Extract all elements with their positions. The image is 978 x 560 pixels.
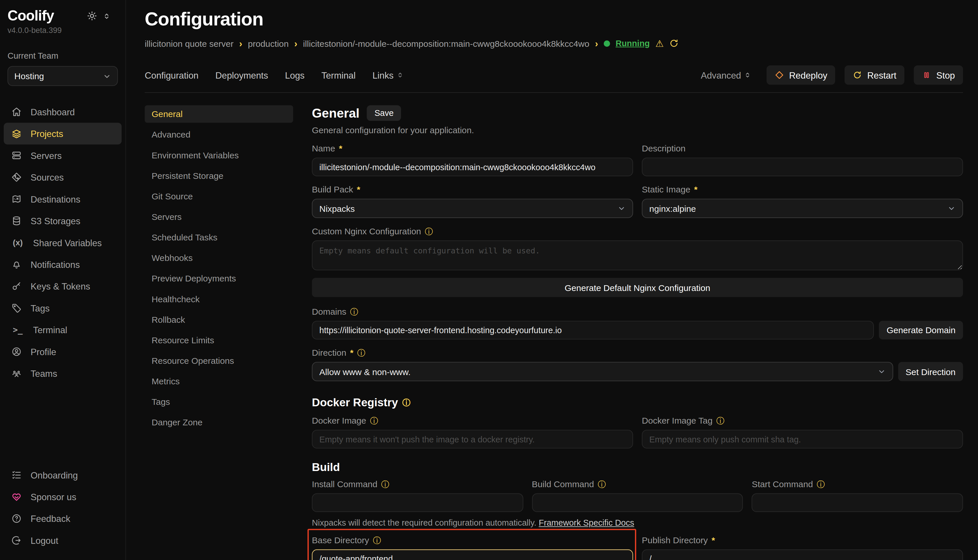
sidebar-item-onboarding[interactable]: Onboarding (4, 464, 122, 486)
sidebar-item-s3-storages[interactable]: S3 Storages (4, 210, 122, 232)
subnav-item-advanced[interactable]: Advanced (145, 126, 293, 143)
theme-mode-select-icon[interactable] (103, 12, 110, 20)
git-source-icon (11, 172, 22, 183)
advanced-menu[interactable]: Advanced (701, 70, 751, 80)
direction-select[interactable]: Allow www & non-www. (312, 362, 893, 381)
subnav-item-webhooks[interactable]: Webhooks (145, 249, 293, 267)
name-label: Name (312, 143, 335, 153)
subnav-item-servers[interactable]: Servers (145, 208, 293, 225)
base-directory-label: Base Directory (312, 535, 369, 545)
publish-directory-input[interactable] (642, 549, 963, 560)
app-logo: Coolify (8, 8, 54, 24)
sidebar-item-logout[interactable]: Logout (4, 529, 122, 551)
breadcrumb-separator: › (239, 38, 242, 48)
subnav-item-git-source[interactable]: Git Source (145, 188, 293, 205)
logo-row: Coolify (4, 8, 122, 24)
sidebar-item-label: Shared Variables (33, 238, 102, 247)
chevrons-up-down-icon (744, 71, 751, 79)
build-pack-select[interactable]: Nixpacks (312, 199, 633, 218)
framework-docs-link[interactable]: Framework Specific Docs (539, 518, 634, 528)
sidebar-item-tags[interactable]: Tags (4, 297, 122, 319)
tab-configuration[interactable]: Configuration (145, 70, 198, 80)
sidebar-item-sponsor-us[interactable]: Sponsor us (4, 486, 122, 507)
breadcrumb-application[interactable]: illicitestonion/-module--decomposition:m… (303, 38, 589, 48)
start-command-input[interactable] (752, 493, 963, 512)
sidebar-item-servers[interactable]: Servers (4, 145, 122, 166)
name-input[interactable] (312, 157, 633, 176)
team-select[interactable]: Hosting (8, 66, 118, 86)
subnav-item-environment-variables[interactable]: Environment Variables (145, 147, 293, 164)
current-team-label: Current Team (4, 51, 122, 60)
sidebar-item-label: Teams (31, 368, 57, 378)
info-icon: ⓘ (373, 536, 381, 544)
subnav-item-tags[interactable]: Tags (145, 393, 293, 410)
chevron-down-icon (947, 204, 955, 212)
info-icon: ⓘ (402, 399, 410, 407)
redeploy-button[interactable]: Redeploy (767, 65, 836, 85)
tab-links[interactable]: Links (373, 70, 404, 80)
sidebar-item-shared-variables[interactable]: (x) Shared Variables (4, 232, 122, 253)
subnav-item-metrics[interactable]: Metrics (145, 372, 293, 390)
generate-domain-button[interactable]: Generate Domain (879, 321, 963, 340)
subnav-item-scheduled-tasks[interactable]: Scheduled Tasks (145, 228, 293, 246)
coolify-app: Coolify v4.0.0-beta.399 Current Team Hos… (0, 0, 978, 560)
status-dot (604, 40, 610, 47)
theme-sun-icon[interactable] (87, 11, 97, 22)
general-form: General Save General configuration for y… (312, 105, 963, 560)
static-image-select[interactable]: nginx:alpine (642, 199, 963, 218)
sidebar-item-sources[interactable]: Sources (4, 167, 122, 188)
save-button[interactable]: Save (367, 105, 401, 121)
subnav-item-persistent-storage[interactable]: Persistent Storage (145, 167, 293, 184)
sidebar-item-projects[interactable]: Projects (4, 123, 122, 145)
sidebar-item-terminal[interactable]: >_ Terminal (4, 319, 122, 341)
breadcrumb-project[interactable]: illicitonion quote server (145, 38, 233, 48)
docker-image-tag-input[interactable] (642, 430, 963, 448)
settings-subnav: General Advanced Environment Variables P… (145, 105, 293, 560)
sidebar-item-destinations[interactable]: Destinations (4, 188, 122, 210)
set-direction-button[interactable]: Set Direction (898, 362, 963, 381)
stop-button[interactable]: Stop (914, 65, 963, 85)
sidebar-item-keys-tokens[interactable]: Keys & Tokens (4, 275, 122, 297)
chevron-down-icon (617, 204, 625, 212)
heart-handshake-icon (11, 492, 22, 502)
main-content: Configuration illicitonion quote server … (126, 0, 978, 560)
docker-image-label: Docker Image (312, 415, 366, 425)
sidebar-item-notifications[interactable]: Notifications (4, 253, 122, 275)
tab-deployments[interactable]: Deployments (216, 70, 268, 80)
refresh-icon[interactable] (669, 39, 679, 48)
sidebar-item-profile[interactable]: Profile (4, 341, 122, 362)
subnav-item-rollback[interactable]: Rollback (145, 311, 293, 328)
tab-logs[interactable]: Logs (285, 70, 304, 80)
docker-image-input[interactable] (312, 430, 633, 448)
sidebar-item-teams[interactable]: Teams (4, 363, 122, 384)
tab-divider (145, 92, 963, 93)
breadcrumb-environment[interactable]: production (248, 38, 289, 48)
subnav-item-resource-limits[interactable]: Resource Limits (145, 332, 293, 349)
chevrons-up-down-icon (397, 71, 404, 79)
subnav-item-preview-deployments[interactable]: Preview Deployments (145, 270, 293, 287)
status-badge[interactable]: Running (616, 39, 650, 48)
description-input[interactable] (642, 157, 963, 176)
sidebar-item-feedback[interactable]: Feedback (4, 508, 122, 529)
tab-terminal[interactable]: Terminal (321, 70, 356, 80)
nginx-config-textarea[interactable] (312, 240, 963, 270)
sidebar-item-dashboard[interactable]: Dashboard (4, 101, 122, 123)
tag-icon (11, 303, 22, 313)
base-directory-input[interactable] (312, 549, 633, 560)
domains-input[interactable] (312, 321, 874, 340)
generate-nginx-button[interactable]: Generate Default Nginx Configuration (312, 278, 963, 297)
info-icon: ⓘ (716, 417, 724, 425)
sidebar-bottom-nav: Onboarding Sponsor us Feedback Logout (4, 464, 122, 552)
breadcrumb: illicitonion quote server › production ›… (145, 38, 963, 48)
docker-image-tag-label: Docker Image Tag (642, 415, 712, 425)
subnav-item-healthcheck[interactable]: Healthcheck (145, 290, 293, 308)
subnav-item-resource-operations[interactable]: Resource Operations (145, 352, 293, 369)
warning-icon: ⚠ (655, 39, 664, 48)
subnav-item-general[interactable]: General (145, 105, 293, 123)
restart-button[interactable]: Restart (845, 65, 904, 85)
start-command-label: Start Command (752, 479, 813, 489)
install-command-input[interactable] (312, 493, 523, 512)
sidebar-nav: Dashboard Projects Servers Sources Desti… (4, 101, 122, 384)
build-command-input[interactable] (532, 493, 743, 512)
subnav-item-danger-zone[interactable]: Danger Zone (145, 413, 293, 431)
